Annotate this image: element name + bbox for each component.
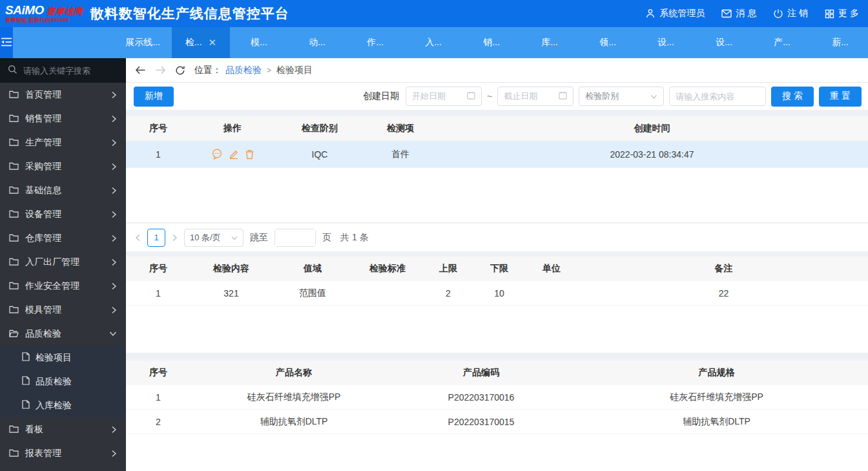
detail-icon[interactable] — [211, 149, 223, 160]
sidebar-item-safety[interactable]: 作业安全管理 — [0, 274, 126, 298]
folder-open-icon — [9, 329, 19, 339]
start-date-input[interactable]: 开始日期 — [406, 87, 482, 106]
chevron-right-icon — [111, 450, 117, 457]
user-name: 系统管理员 — [659, 8, 705, 19]
edit-icon[interactable] — [229, 149, 239, 160]
table-row[interactable]: 1 硅灰石纤维填充增强PP P202203170016 硅灰石纤维填充增强PP — [126, 385, 868, 410]
tab-9[interactable]: 设... — [637, 27, 695, 58]
table-row[interactable]: 1 321 范围值 2 10 22 — [126, 281, 868, 306]
tab-3[interactable]: 动... — [288, 27, 346, 58]
tab-5[interactable]: 入... — [404, 27, 462, 58]
sidebar-item-in-out[interactable]: 入厂出厂管理 — [0, 250, 126, 274]
tab-10[interactable]: 设... — [695, 27, 753, 58]
breadcrumb-separator: > — [267, 66, 271, 75]
column-header: 产品编码 — [397, 367, 565, 379]
date-range-separator: ~ — [487, 91, 492, 101]
sidebar-collapse-button[interactable] — [0, 27, 13, 58]
tab-8[interactable]: 领... — [579, 27, 637, 58]
forward-icon[interactable] — [155, 65, 166, 75]
table-header-row: 序号 操作 检查阶别 检测项 创建时间 — [126, 116, 868, 141]
column-header: 上限 — [422, 263, 475, 275]
sidebar-item-equipment[interactable]: 设备管理 — [0, 202, 126, 226]
sidebar-item-home[interactable]: 首页管理 — [0, 83, 126, 107]
collapse-menu-icon — [0, 36, 13, 50]
folder-icon — [9, 162, 19, 172]
submenu-item-quality-inspection[interactable]: 品质检验 — [0, 370, 126, 393]
chevron-right-icon — [111, 187, 117, 194]
column-header: 创建时间 — [436, 123, 868, 134]
refresh-icon[interactable] — [175, 65, 185, 76]
power-icon — [773, 8, 783, 19]
sidebar-item-mold[interactable]: 模具管理 — [0, 298, 126, 322]
column-header: 操作 — [191, 123, 274, 134]
calendar-icon — [467, 91, 475, 101]
open-tabs: 展示线... 检... ✕ 模... 动... 作... 入... 销... 库… — [114, 27, 868, 58]
submenu-item-inspection-items[interactable]: 检验项目 — [0, 346, 126, 370]
folder-icon — [9, 424, 19, 435]
table-row[interactable]: 1 IQC 首件 2022-03-21 08:34:47 — [126, 141, 868, 168]
pagination-bar: 1 10 条/页 跳至 页 共 1 条 — [126, 224, 868, 251]
user-icon — [645, 8, 656, 19]
row-actions — [191, 149, 274, 160]
user-menu[interactable]: 系统管理员 — [645, 8, 705, 19]
search-button[interactable]: 搜 索 — [771, 87, 814, 107]
tab-2[interactable]: 模... — [230, 27, 288, 58]
column-header: 下限 — [475, 263, 524, 275]
sidebar-item-kanban[interactable]: 看板 — [0, 417, 126, 441]
messages-button[interactable]: 消 息 — [721, 8, 756, 19]
main-content: 位置： 品质检验 > 检验项目 新增 创建日期 开始日期 ~ 截止日期 检验阶别 — [126, 58, 868, 471]
page-number-button[interactable]: 1 — [147, 229, 165, 247]
stage-select[interactable]: 检验阶别 — [579, 87, 664, 106]
column-header: 检验内容 — [191, 263, 272, 275]
column-header: 检测项 — [365, 123, 436, 134]
sidebar-item-quality[interactable]: 品质检验 — [0, 322, 126, 346]
jump-page-input[interactable] — [275, 229, 315, 246]
sidebar-item-sales[interactable]: 销售管理 — [0, 107, 126, 131]
sidebar-item-basic-info[interactable]: 基础信息 — [0, 178, 126, 202]
delete-icon[interactable] — [245, 149, 254, 160]
chevron-right-icon — [111, 235, 117, 242]
document-icon — [22, 376, 30, 387]
folder-icon — [9, 138, 19, 148]
folder-icon — [9, 305, 19, 315]
chevron-right-icon — [111, 282, 117, 290]
column-header: 序号 — [126, 123, 191, 134]
sidebar-item-reports[interactable]: 报表管理 — [0, 441, 126, 465]
prev-page-icon[interactable] — [135, 234, 141, 242]
chevron-right-icon — [111, 258, 117, 266]
chevron-right-icon — [111, 211, 117, 218]
chevron-right-icon — [111, 306, 117, 314]
reset-button[interactable]: 重 置 — [819, 87, 862, 107]
sidebar-search-input[interactable] — [23, 66, 114, 76]
next-page-icon[interactable] — [172, 234, 178, 242]
tab-1-active[interactable]: 检... ✕ — [172, 27, 230, 58]
keyword-search-input[interactable] — [676, 92, 760, 101]
breadcrumb-parent[interactable]: 品质检验 — [225, 65, 262, 76]
back-icon[interactable] — [135, 65, 146, 75]
sidebar-item-warehouse[interactable]: 仓库管理 — [0, 226, 126, 250]
tab-6[interactable]: 销... — [462, 27, 521, 58]
folder-icon — [9, 281, 19, 291]
tab-7[interactable]: 库... — [521, 27, 579, 58]
messages-label: 消 息 — [736, 8, 756, 19]
end-date-input[interactable]: 截止日期 — [497, 87, 574, 106]
add-button[interactable]: 新增 — [134, 87, 174, 107]
sidebar-item-production[interactable]: 生产管理 — [0, 131, 126, 154]
page-size-select[interactable]: 10 条/页 — [184, 229, 243, 247]
tab-12[interactable]: 薪... — [811, 27, 868, 58]
tab-0[interactable]: 展示线... — [114, 27, 172, 58]
sidebar-search[interactable] — [0, 58, 126, 83]
tab-close-icon[interactable]: ✕ — [209, 37, 217, 48]
more-button[interactable]: 更 多 — [825, 8, 859, 19]
column-header: 产品名称 — [191, 367, 397, 379]
logo-brand-cn: 赛摩雄鹰 — [46, 6, 83, 16]
chevron-down-icon — [109, 331, 117, 337]
submenu-item-inbound-inspection[interactable]: 入库检验 — [0, 393, 126, 417]
tab-11[interactable]: 产... — [753, 27, 811, 58]
header-actions: 系统管理员 消 息 注 销 更 多 — [645, 8, 859, 19]
breadcrumb-current: 检验项目 — [276, 65, 313, 76]
table-row[interactable]: 2 辅助抗氧剂DLTP P202203170015 辅助抗氧剂DLTP — [126, 410, 868, 434]
sidebar-item-purchasing[interactable]: 采购管理 — [0, 154, 126, 178]
logout-button[interactable]: 注 销 — [773, 8, 808, 19]
tab-4[interactable]: 作... — [346, 27, 404, 58]
